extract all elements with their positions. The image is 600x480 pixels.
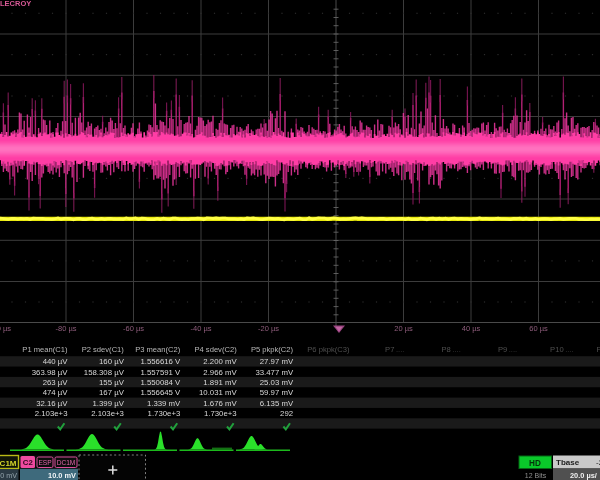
svg-text:12 Bits: 12 Bits xyxy=(525,472,547,479)
svg-text:P8 ....: P8 .... xyxy=(442,345,463,354)
svg-text:363.98 µV: 363.98 µV xyxy=(32,368,69,377)
svg-text:33.477 mV: 33.477 mV xyxy=(255,368,294,377)
svg-text:DC1M: DC1M xyxy=(0,459,17,468)
svg-text:HD: HD xyxy=(529,459,541,468)
svg-text:474 µV: 474 µV xyxy=(43,388,69,397)
svg-text:1.730e+3: 1.730e+3 xyxy=(148,409,181,418)
svg-text:2.200 mV: 2.200 mV xyxy=(203,357,237,366)
svg-text:1.557591 V: 1.557591 V xyxy=(140,368,181,377)
svg-text:2.103e+3: 2.103e+3 xyxy=(91,409,124,418)
svg-text:-20 µs: -20 µs xyxy=(258,324,279,333)
svg-text:P11: P11 xyxy=(597,345,600,354)
svg-text:P10 ....: P10 .... xyxy=(550,345,575,354)
svg-text:LECROY: LECROY xyxy=(0,0,31,8)
svg-text:P1 mean(C1): P1 mean(C1) xyxy=(22,345,68,354)
svg-text:20 µs: 20 µs xyxy=(394,324,413,333)
svg-text:-40 µs: -40 µs xyxy=(191,324,212,333)
svg-text:P3 mean(C2): P3 mean(C2) xyxy=(135,345,181,354)
svg-text:1.730e+3: 1.730e+3 xyxy=(204,409,237,418)
svg-text:10.0 mV: 10.0 mV xyxy=(0,471,17,480)
svg-text:-60 µs: -60 µs xyxy=(123,324,144,333)
svg-text:ESP: ESP xyxy=(38,459,52,466)
svg-text:2.103e+3: 2.103e+3 xyxy=(35,409,68,418)
svg-text:P5 pkpk(C2): P5 pkpk(C2) xyxy=(251,345,294,354)
svg-text:Tbase: Tbase xyxy=(556,458,580,467)
svg-text:167 µV: 167 µV xyxy=(99,388,125,397)
svg-text:1.556645 V: 1.556645 V xyxy=(140,388,181,397)
svg-text:P7 ....: P7 .... xyxy=(385,345,406,354)
svg-text:P6 pkpk(C3): P6 pkpk(C3) xyxy=(307,345,350,354)
svg-text:10.0 mV: 10.0 mV xyxy=(48,471,76,480)
svg-text:1.556616 V: 1.556616 V xyxy=(140,357,181,366)
svg-text:158.308 µV: 158.308 µV xyxy=(84,368,125,377)
svg-text:20.0 µs/: 20.0 µs/ xyxy=(570,471,597,480)
svg-text:25.03 mV: 25.03 mV xyxy=(260,378,294,387)
svg-text:60 µs: 60 µs xyxy=(529,324,548,333)
svg-text:-100 µs: -100 µs xyxy=(0,324,11,333)
svg-text:P2 sdev(C1): P2 sdev(C1) xyxy=(82,345,125,354)
svg-text:32.16 µV: 32.16 µV xyxy=(36,399,68,408)
svg-text:1.550084 V: 1.550084 V xyxy=(140,378,181,387)
svg-text:160 µV: 160 µV xyxy=(99,357,125,366)
svg-text:292: 292 xyxy=(280,409,293,418)
svg-text:1.891 mV: 1.891 mV xyxy=(203,378,237,387)
svg-text:59.97 mV: 59.97 mV xyxy=(260,388,294,397)
svg-text:DC1M: DC1M xyxy=(57,459,76,466)
svg-text:263 µV: 263 µV xyxy=(43,378,69,387)
svg-text:1.339 mV: 1.339 mV xyxy=(147,399,181,408)
svg-text:10.031 mV: 10.031 mV xyxy=(199,388,238,397)
svg-text:27.97 mV: 27.97 mV xyxy=(260,357,294,366)
svg-text:-2: -2 xyxy=(596,458,600,467)
svg-text:1.676 mV: 1.676 mV xyxy=(203,399,237,408)
svg-text:40 µs: 40 µs xyxy=(462,324,481,333)
svg-text:155 µV: 155 µV xyxy=(99,378,125,387)
svg-text:2.966 mV: 2.966 mV xyxy=(203,368,237,377)
svg-text:-80 µs: -80 µs xyxy=(56,324,77,333)
svg-text:1.399 µV: 1.399 µV xyxy=(93,399,125,408)
svg-text:440 µV: 440 µV xyxy=(43,357,69,366)
svg-text:6.135 mV: 6.135 mV xyxy=(260,399,294,408)
svg-text:P9 ....: P9 .... xyxy=(498,345,519,354)
svg-text:P4 sdev(C2): P4 sdev(C2) xyxy=(194,345,237,354)
svg-text:C2: C2 xyxy=(23,458,34,467)
